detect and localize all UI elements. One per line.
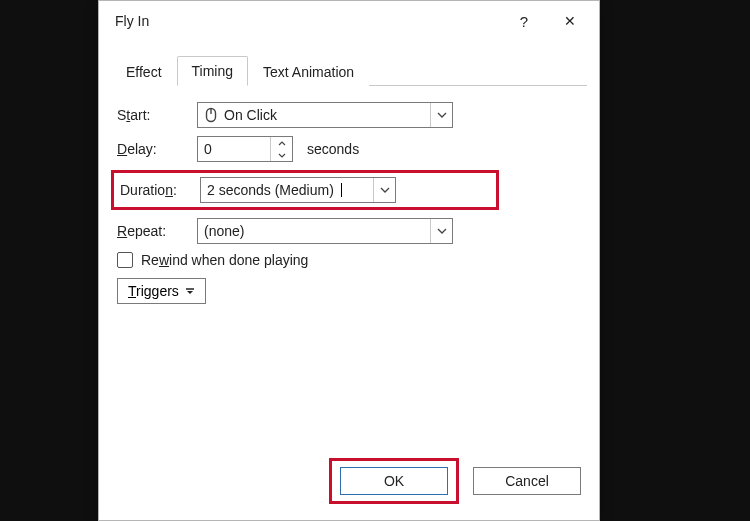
ok-highlight: OK xyxy=(329,458,459,504)
ok-button[interactable]: OK xyxy=(340,467,448,495)
duration-combo[interactable]: 2 seconds (Medium) xyxy=(200,177,396,203)
start-combo[interactable]: On Click xyxy=(197,102,453,128)
rewind-row: Rewind when done playing xyxy=(117,252,581,268)
duration-value: 2 seconds (Medium) xyxy=(201,182,373,198)
dropdown-arrow-icon xyxy=(185,286,195,296)
dialog-title: Fly In xyxy=(115,13,501,29)
tab-effect[interactable]: Effect xyxy=(111,57,177,86)
repeat-label: Repeat: xyxy=(117,223,197,239)
rewind-checkbox[interactable] xyxy=(117,252,133,268)
title-bar: Fly In ? ✕ xyxy=(99,1,599,41)
delay-label: Delay: xyxy=(117,141,197,157)
tab-label: Effect xyxy=(126,64,162,80)
start-row: Start: On Click xyxy=(117,102,581,128)
chevron-down-icon xyxy=(430,219,452,243)
tab-strip: Effect Timing Text Animation xyxy=(111,55,587,86)
help-icon: ? xyxy=(520,13,528,30)
start-label: Start: xyxy=(117,107,197,123)
help-button[interactable]: ? xyxy=(501,5,547,37)
delay-value: 0 xyxy=(198,137,270,161)
fly-in-dialog: Fly In ? ✕ Effect Timing Text Animation … xyxy=(98,0,600,521)
delay-row: Delay: 0 seconds xyxy=(117,136,581,162)
spinner-buttons[interactable] xyxy=(270,137,292,161)
seconds-label: seconds xyxy=(307,141,359,157)
duration-label: Duration: xyxy=(120,182,200,198)
chevron-down-icon xyxy=(430,103,452,127)
dialog-buttons: OK Cancel xyxy=(329,458,581,504)
cancel-label: Cancel xyxy=(505,473,549,489)
text-caret xyxy=(341,183,342,197)
rewind-label: Rewind when done playing xyxy=(141,252,308,268)
close-icon: ✕ xyxy=(564,13,576,29)
repeat-value: (none) xyxy=(198,223,430,239)
repeat-row: Repeat: (none) xyxy=(117,218,581,244)
repeat-combo[interactable]: (none) xyxy=(197,218,453,244)
duration-row: Duration: 2 seconds (Medium) xyxy=(120,177,490,203)
ok-label: OK xyxy=(384,473,404,489)
triggers-label: Triggers xyxy=(128,283,179,299)
close-button[interactable]: ✕ xyxy=(547,5,593,37)
tab-label: Timing xyxy=(192,63,234,79)
spin-down-icon xyxy=(271,149,292,161)
tab-text-animation[interactable]: Text Animation xyxy=(248,57,369,86)
start-value: On Click xyxy=(198,107,430,123)
spin-up-icon xyxy=(271,137,292,149)
tab-timing[interactable]: Timing xyxy=(177,56,249,86)
cancel-button[interactable]: Cancel xyxy=(473,467,581,495)
tab-label: Text Animation xyxy=(263,64,354,80)
duration-highlight: Duration: 2 seconds (Medium) xyxy=(111,170,499,210)
chevron-down-icon xyxy=(373,178,395,202)
delay-spinner[interactable]: 0 xyxy=(197,136,293,162)
mouse-icon xyxy=(204,107,218,123)
timing-form: Start: On Click Delay: 0 xyxy=(99,86,599,312)
triggers-button[interactable]: Triggers xyxy=(117,278,206,304)
